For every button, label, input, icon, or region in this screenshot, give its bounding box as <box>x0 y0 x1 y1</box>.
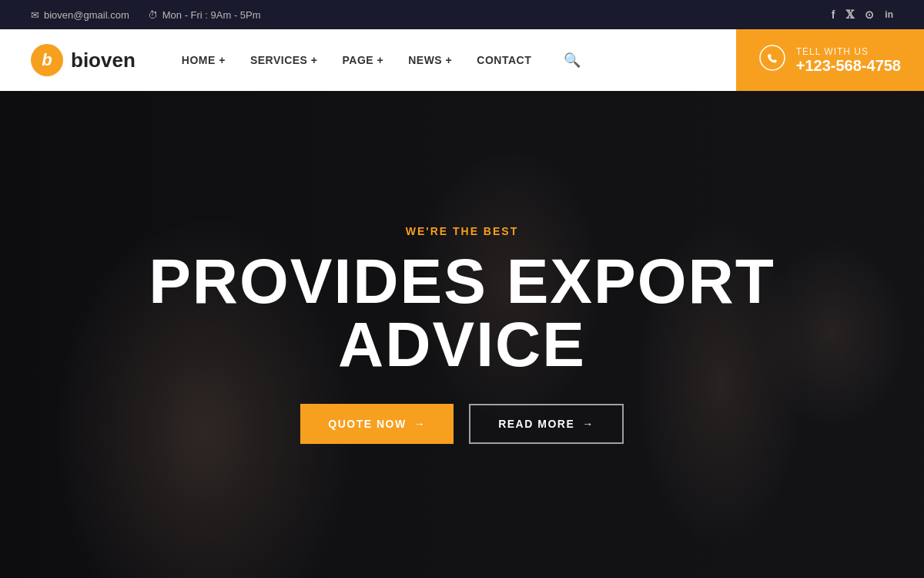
phone-icon <box>759 45 785 76</box>
nav-page[interactable]: PAGE + <box>343 54 384 66</box>
hero-title-line1: PROVIDES EXPORT <box>149 250 775 313</box>
facebook-icon[interactable]: f <box>832 8 835 21</box>
quote-arrow-icon: → <box>414 418 427 430</box>
quote-button[interactable]: QUOTE NOW → <box>300 404 454 444</box>
logo-icon: b <box>31 44 63 76</box>
hero-title: PROVIDES EXPORT ADVICE <box>149 250 775 376</box>
quote-button-label: QUOTE NOW <box>328 418 406 430</box>
navbar: b bioven HOME + SERVICES + PAGE + NEWS +… <box>0 29 924 91</box>
clock-icon: ⏱ <box>148 9 158 21</box>
nav-links: HOME + SERVICES + PAGE + NEWS + CONTACT … <box>182 52 736 69</box>
hero-section: WE'RE THE BEST PROVIDES EXPORT ADVICE QU… <box>0 91 924 578</box>
social-links: f 𝕏 ⊙ in <box>832 8 893 22</box>
nav-contact[interactable]: CONTACT <box>477 54 531 66</box>
readmore-button-label: READ MORE <box>498 418 574 430</box>
nav-services[interactable]: SERVICES + <box>250 54 318 66</box>
nav-news[interactable]: NEWS + <box>408 54 452 66</box>
twitter-icon[interactable]: 𝕏 <box>845 8 854 22</box>
cta-block[interactable]: TELL WITH US +123-568-4758 <box>736 29 924 91</box>
hours-item: ⏱ Mon - Fri : 9Am - 5Pm <box>148 9 261 21</box>
top-bar-left: ✉ bioven@gmail.com ⏱ Mon - Fri : 9Am - 5… <box>31 9 261 21</box>
hours-text: Mon - Fri : 9Am - 5Pm <box>162 9 261 21</box>
top-bar: ✉ bioven@gmail.com ⏱ Mon - Fri : 9Am - 5… <box>0 0 924 29</box>
email-text: bioven@gmail.com <box>44 9 129 21</box>
svg-point-0 <box>760 45 785 70</box>
hero-content: WE'RE THE BEST PROVIDES EXPORT ADVICE QU… <box>133 225 791 444</box>
logo-area[interactable]: b bioven <box>31 44 136 76</box>
logo-name: bioven <box>71 49 136 72</box>
readmore-button[interactable]: READ MORE → <box>469 404 624 444</box>
linkedin-icon[interactable]: in <box>885 9 893 20</box>
hero-title-line2: ADVICE <box>149 313 775 376</box>
nav-home[interactable]: HOME + <box>182 54 226 66</box>
email-icon: ✉ <box>31 9 39 21</box>
instagram-icon[interactable]: ⊙ <box>865 8 874 21</box>
cta-phone: +123-568-4758 <box>796 57 901 75</box>
readmore-arrow-icon: → <box>582 418 594 430</box>
search-icon[interactable]: 🔍 <box>564 52 581 69</box>
hero-tagline: WE'RE THE BEST <box>149 225 775 237</box>
hero-buttons: QUOTE NOW → READ MORE → <box>149 404 775 444</box>
email-item: ✉ bioven@gmail.com <box>31 9 129 21</box>
cta-label: TELL WITH US <box>796 46 901 57</box>
cta-text: TELL WITH US +123-568-4758 <box>796 46 901 75</box>
